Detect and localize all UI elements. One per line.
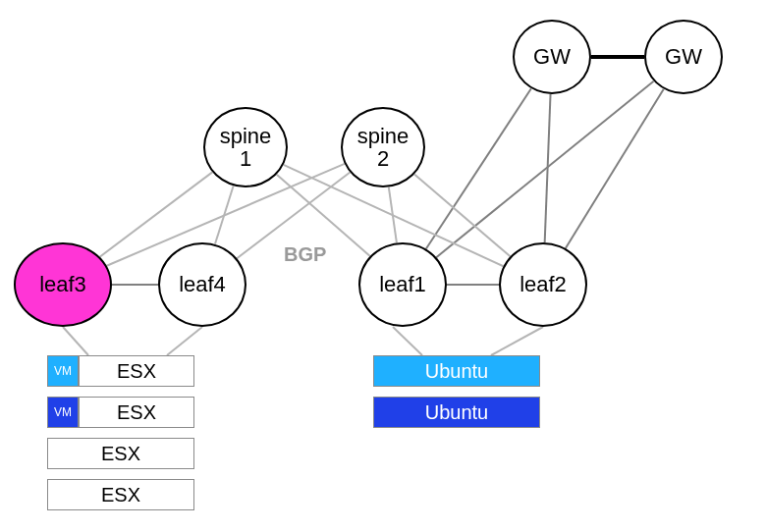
host-esx3-label: ESX: [101, 443, 140, 465]
node-leaf4: leaf4: [158, 242, 246, 327]
node-gw1: GW: [513, 20, 591, 94]
edge-host-2: [393, 327, 422, 355]
edge-label-bgp: BGP: [284, 243, 326, 266]
edge-spine1-leaf4: [215, 186, 234, 244]
node-leaf1: leaf1: [358, 242, 447, 327]
host-ubuntu2: Ubuntu: [373, 397, 540, 428]
edge-spine2-leaf2: [414, 174, 511, 256]
node-gw2: GW: [644, 20, 723, 94]
host-ubuntu2-label: Ubuntu: [425, 401, 489, 424]
edge-gw1-leaf1: [426, 88, 531, 248]
edge-gw2-leaf2: [566, 89, 664, 248]
host-ubuntu1-label: Ubuntu: [425, 360, 489, 383]
host-esx4-label: ESX: [101, 484, 140, 506]
node-spine2: spine 2: [341, 107, 425, 187]
node-spine1: spine 1: [203, 107, 288, 187]
edge-host-0: [63, 327, 88, 355]
host-esx2-label: ESX: [117, 401, 156, 424]
node-leaf2: leaf2: [499, 242, 587, 327]
edge-gw2-leaf1: [436, 81, 653, 257]
host-esx1-label: ESX: [117, 360, 156, 383]
edge-gw1-leaf2: [545, 94, 551, 242]
edge-host-3: [491, 327, 543, 355]
edge-spine2-leaf1: [389, 187, 397, 243]
edge-spine1-leaf1: [277, 175, 370, 256]
host-esx1: ESX: [79, 355, 194, 387]
edge-host-1: [167, 327, 202, 355]
vm-badge-esx1: VM: [47, 355, 79, 387]
host-ubuntu1: Ubuntu: [373, 355, 540, 387]
node-leaf3: leaf3: [14, 242, 112, 327]
vm-badge-esx2: VM: [47, 397, 79, 428]
host-esx3: ESX: [47, 438, 194, 469]
topology-diagram: BGP GW GW spine 1 spine 2 leaf3 leaf4 le…: [0, 0, 766, 532]
host-esx2: ESX: [79, 397, 194, 428]
host-esx4: ESX: [47, 479, 194, 510]
